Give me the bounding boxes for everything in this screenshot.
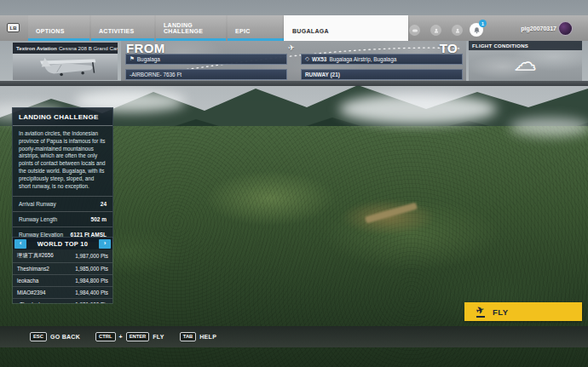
leaderboard-row: leokacha1,984,800 Pts: [13, 274, 112, 286]
player-points: 1,981,600 Pts: [75, 301, 108, 304]
route-plane-icon: ✈: [287, 43, 295, 53]
aircraft-model: Cessna 208 B Grand Car: [59, 45, 118, 51]
challenge-stats: Arrival Runway24Runway Length502 mRunway…: [13, 196, 112, 242]
key-hint: ESCGO BACK: [30, 332, 80, 341]
profile-icon[interactable]: [452, 25, 463, 36]
arrival-airport-code: WX53: [312, 56, 326, 62]
leaderboard-title: WORLD TOP 10: [37, 240, 89, 248]
tab-bugalaga[interactable]: BUGALAGA: [284, 15, 408, 41]
leaderboard-prev-button[interactable]: ‹: [14, 239, 26, 249]
tab-list: OPTIONSACTIVITIESLANDING CHALLENGEEPIC: [28, 15, 284, 41]
arrival-airport-name: Bugalaga Airstrip, Bugalaga: [329, 56, 396, 62]
departure-status: -AIRBORNE- 7636 Ft: [130, 72, 182, 77]
keyhints: ESCGO BACKCTRL+ENTERFLYTABHELP: [30, 326, 216, 347]
aircraft-illustration: [19, 55, 112, 79]
departure-location: Bugalaga: [137, 56, 160, 62]
keycap: ENTER: [126, 332, 150, 341]
bottom-key-bar: ESCGO BACKCTRL+ENTERFLYTABHELP: [0, 326, 588, 347]
arrival-runway-text: RUNWAY (21): [305, 72, 340, 77]
keycap: CTRL: [95, 332, 115, 341]
leaderboard-row: Theshimans21,985,000 Pts: [13, 262, 112, 274]
key-hint-label: FLY: [153, 334, 164, 340]
aircraft-maker: Textron Aviation: [16, 45, 57, 51]
fly-button-label: FLY: [493, 307, 509, 317]
stat-row: Runway Length502 m: [13, 211, 112, 227]
header-divider-strip: [0, 81, 588, 86]
stat-label: Arrival Runway: [19, 201, 56, 207]
challenge-info-panel: LANDING CHALLENGE In aviation circles, t…: [12, 107, 113, 243]
stat-label: Runway Length: [19, 216, 57, 222]
tab-label: ACTIVITIES: [99, 28, 135, 34]
tab-label: EPIC: [235, 28, 251, 34]
challenge-description: In aviation circles, the Indonesian prov…: [13, 126, 112, 196]
stat-value: 24: [101, 201, 107, 207]
aircraft-card[interactable]: Textron Aviation Cessna 208 B Grand Car: [13, 43, 118, 80]
username[interactable]: pig20070317: [521, 26, 556, 32]
player-name: MIAO#2394: [17, 290, 46, 295]
flag-icon: ⚑: [130, 56, 135, 62]
player-name: Theshimans2: [17, 266, 49, 272]
leaderboard-row: MIAO#23941,984,400 Pts: [13, 286, 112, 298]
cloud: [339, 94, 497, 124]
key-hint-label: HELP: [199, 334, 216, 340]
leaderboard-row: xTheslasher1,981,600 Pts: [13, 298, 112, 304]
friends-icon[interactable]: [430, 25, 441, 36]
tab-epic[interactable]: EPIC: [228, 15, 284, 41]
fly-button[interactable]: ✈ FLY: [464, 302, 582, 321]
leaderboard-row: 理塘丁真#26561,987,000 Pts: [13, 249, 112, 262]
notification-count-badge: 1: [479, 20, 487, 27]
player-points: 1,984,400 Pts: [75, 290, 108, 295]
cloud: [510, 118, 588, 136]
route-map-panel: ✈ FROM TO ⚑ Bugalaga -AIRBORNE- 7636 Ft …: [121, 41, 466, 81]
tab-activities[interactable]: ACTIVITIES: [91, 15, 154, 41]
aircraft-title: Textron Aviation Cessna 208 B Grand Car: [13, 43, 118, 54]
challenge-title: LANDING CHALLENGE: [13, 108, 112, 126]
player-points: 1,985,000 Pts: [75, 266, 108, 272]
tab-landing-challenge[interactable]: LANDING CHALLENGE: [156, 15, 226, 41]
arrival-airport-field[interactable]: ◇ WX53 Bugalaga Airstrip, Bugalaga: [301, 54, 463, 65]
player-name: 理塘丁真#2656: [17, 252, 54, 260]
key-hint: CTRL+ENTERFLY: [95, 332, 164, 341]
flight-conditions-label: FLIGHT CONDITIONS: [469, 41, 582, 50]
flight-conditions-panel[interactable]: FLIGHT CONDITIONS ☁: [469, 41, 582, 81]
cloud-icon: ☁: [515, 52, 536, 73]
takeoff-plane-icon: ✈: [476, 307, 487, 318]
key-separator: +: [119, 334, 123, 340]
leaderboard-next-button[interactable]: ›: [99, 239, 111, 249]
tab-label: OPTIONS: [36, 28, 65, 34]
airport-diamond-icon: ◇: [305, 56, 309, 62]
leaderboard-panel: ‹ WORLD TOP 10 › 理塘丁真#26561,987,000 PtsT…: [12, 237, 113, 304]
top-menu-bar: LB OPTIONSACTIVITIESLANDING CHALLENGEEPI…: [0, 15, 588, 41]
keycap: TAB: [180, 332, 196, 341]
keycap: ESC: [30, 332, 47, 341]
player-points: 1,987,000 Pts: [75, 253, 108, 259]
departure-field[interactable]: ⚑ Bugalaga: [125, 54, 287, 65]
aircraft-thumbnail: [13, 54, 118, 80]
key-hint-label: GO BACK: [50, 334, 80, 340]
player-name: leokacha: [17, 278, 38, 284]
arrival-runway-field[interactable]: RUNWAY (21): [301, 69, 463, 80]
player-name: xTheslasher: [17, 301, 46, 304]
landing-challenge-screen: LB OPTIONSACTIVITIESLANDING CHALLENGEEPI…: [0, 0, 588, 367]
controller-icon[interactable]: [409, 25, 420, 36]
player-points: 1,984,800 Pts: [75, 278, 108, 284]
avatar[interactable]: [558, 21, 573, 36]
stat-value: 502 m: [91, 216, 107, 222]
leaderboard-rows: 理塘丁真#26561,987,000 PtsTheshimans21,985,0…: [13, 249, 112, 304]
departure-status-field[interactable]: -AIRBORNE- 7636 Ft: [125, 69, 287, 80]
lb-gamepad-badge: LB: [7, 23, 20, 32]
leaderboard-header: ‹ WORLD TOP 10 ›: [13, 238, 112, 249]
key-hint: TABHELP: [180, 332, 216, 341]
tab-options[interactable]: OPTIONS: [28, 15, 89, 41]
tab-label: LANDING CHALLENGE: [164, 22, 226, 34]
stat-row: Arrival Runway24: [13, 196, 112, 211]
